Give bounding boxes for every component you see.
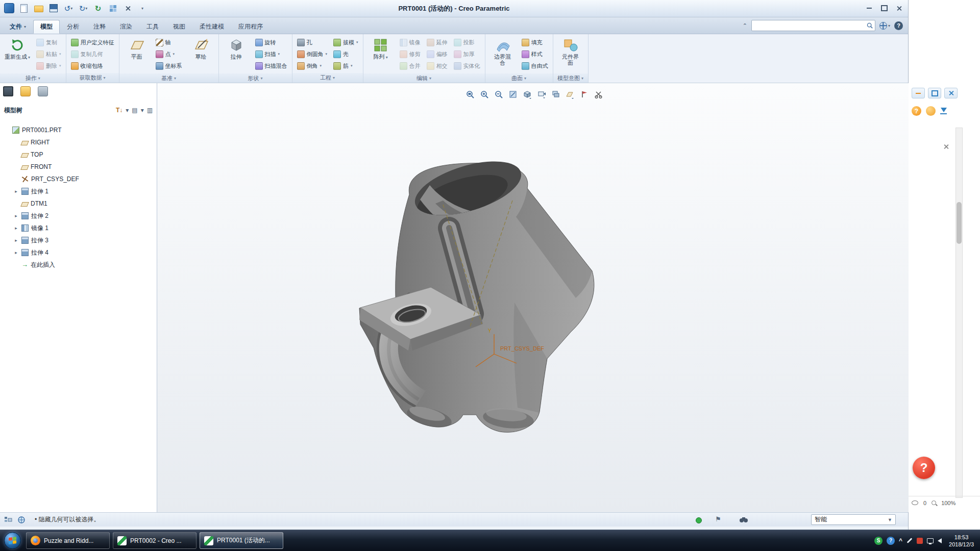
sogou-tray-icon[interactable]: S [874,537,883,545]
tree-item-top-plane[interactable]: TOP [0,148,157,161]
udf-button[interactable]: 用户定义特征 [69,37,116,48]
boundary-blend-button[interactable]: 边界混合 [488,36,518,73]
tree-item-extrude-3[interactable]: 拉伸 3 [0,234,157,246]
sweep-button[interactable]: 扫描 [253,48,289,60]
extrude-button[interactable]: 拉伸 [222,36,251,73]
revolve-button[interactable]: 旋转 [253,37,289,48]
smiley-icon[interactable] [926,106,936,116]
pen-tray-icon[interactable] [907,538,913,543]
taskbar-clock[interactable]: 18:53 2018/12/3 [946,534,980,548]
scrollbar-thumb[interactable] [957,202,962,244]
tree-settings-caret-icon[interactable]: ▾ [141,107,144,114]
community-button[interactable]: ▾ [879,22,890,30]
view-manager-button[interactable] [549,88,562,100]
save-button[interactable] [47,2,60,14]
expand-icon[interactable] [13,250,19,255]
maximize-button[interactable] [877,3,891,13]
copy-button[interactable]: 复制 [34,37,63,48]
copy-geometry-button[interactable]: 复制几何 [69,48,116,60]
repaint-button[interactable] [506,88,519,100]
mirror-button[interactable]: 镜像 [398,37,423,48]
offset-button[interactable]: 偏移 [425,48,450,60]
datum-display-button[interactable] [564,88,576,100]
zoom-level[interactable]: 100% [941,500,955,506]
new-file-button[interactable] [18,2,30,14]
tab-applications[interactable]: 应用程序 [231,20,270,34]
model-tree-toggle-icon[interactable] [3,86,13,96]
tree-settings-icon[interactable]: ▤ [132,107,137,114]
tree-columns-icon[interactable]: ▥ [147,107,153,114]
group-label-editing[interactable]: 编辑 [363,73,485,83]
open-file-button[interactable] [33,2,45,14]
help-button[interactable]: ? [894,21,903,30]
tree-item-front-plane[interactable]: FRONT [0,161,157,173]
search-input[interactable] [753,21,866,30]
tree-item-part-root[interactable]: PRT0001.PRT [0,124,157,136]
group-label-model-intent[interactable]: 模型意图 [553,73,588,83]
red-tray-icon[interactable] [917,538,923,544]
expand-icon[interactable] [13,213,19,218]
collapse-ribbon-icon[interactable]: ⌃ [743,22,747,29]
datum-csys-button[interactable]: 坐标系 [154,60,184,71]
side-maximize-button[interactable] [928,88,941,98]
tree-item-extrude-2[interactable]: 拉伸 2 [0,210,157,222]
group-label-datum[interactable]: 基准 [119,73,218,83]
chamfer-button[interactable]: 倒角 [295,60,330,71]
help-circle-icon[interactable]: ? [912,106,921,116]
style-button[interactable]: 样式 [520,48,550,60]
graphics-viewport[interactable]: Y PRT_CSYS_DEF [157,83,909,512]
side-minimize-button[interactable] [912,88,925,98]
side-close-button[interactable] [944,88,958,98]
expand-icon[interactable] [13,189,19,194]
draft-button[interactable]: 拔模 [331,37,360,48]
shrinkwrap-button[interactable]: 收缩包络 [69,60,116,71]
delete-button[interactable]: 删除 [34,60,63,71]
taskbar-button-prt0001[interactable]: PRT0001 (活动的... [200,532,283,549]
selection-filter-dropdown[interactable]: 智能▼ [811,514,896,525]
tree-item-extrude-4[interactable]: 拉伸 4 [0,246,157,259]
app-icon[interactable] [3,2,15,14]
intersect-button[interactable]: 相交 [425,60,450,71]
tab-view[interactable]: 视图 [166,20,192,34]
close-button[interactable] [892,3,905,13]
find-icon[interactable] [739,515,749,525]
tree-filter-icon[interactable]: T↓ [116,107,122,114]
refit-button[interactable] [463,88,476,100]
regenerate-button[interactable]: 重新生成 [3,36,32,73]
tree-filter-caret-icon[interactable]: ▾ [126,107,129,114]
tree-item-dtm1[interactable]: DTM1 [0,197,157,210]
undo-button[interactable]: ↺▾ [62,2,75,14]
thicken-button[interactable]: 加厚 [452,48,482,60]
network-tray-icon[interactable] [927,538,934,543]
datum-plane-button[interactable]: 平面 [122,36,152,73]
merge-button[interactable]: 合并 [398,60,423,71]
group-label-surfaces[interactable]: 曲面 [485,73,553,83]
paste-button[interactable]: 粘贴 [34,48,63,60]
swept-blend-button[interactable]: 扫描混合 [253,60,289,71]
rib-button[interactable]: 筋 [331,60,360,71]
expand-icon[interactable] [13,238,19,243]
tree-item-insert-here[interactable]: →在此插入 [0,259,157,271]
customize-qat-button[interactable]: ▾ [136,2,149,14]
tree-item-extrude-1[interactable]: 拉伸 1 [0,185,157,197]
extend-button[interactable]: 延伸 [425,37,450,48]
saved-orientations-button[interactable] [535,88,548,100]
close-window-button[interactable] [121,2,134,14]
tray-expand-icon[interactable]: ^ [899,537,902,544]
windows-button[interactable] [107,2,119,14]
tab-file[interactable]: 文件▾ [3,20,33,34]
folder-browser-icon[interactable] [20,86,31,96]
pattern-button[interactable]: 阵列 [366,36,396,73]
notification-flag-icon[interactable]: ⚑ [715,515,721,523]
tab-tools[interactable]: 工具 [139,20,166,34]
redo-button[interactable]: ↻▾ [77,2,89,14]
download-button[interactable] [940,108,947,115]
fill-button[interactable]: 填充 [520,37,550,48]
group-label-engineering[interactable]: 工程 [292,73,363,83]
group-label-shapes[interactable]: 形状 [219,73,292,83]
tree-item-right-plane[interactable]: RIGHT [0,136,157,148]
round-button[interactable]: 倒圆角 [295,48,330,60]
taskbar-button-prt0002[interactable]: PRT0002 - Creo ... [113,532,197,549]
tree-item-mirror-1[interactable]: 镜像 1 [0,222,157,234]
volume-tray-icon[interactable] [938,538,942,543]
